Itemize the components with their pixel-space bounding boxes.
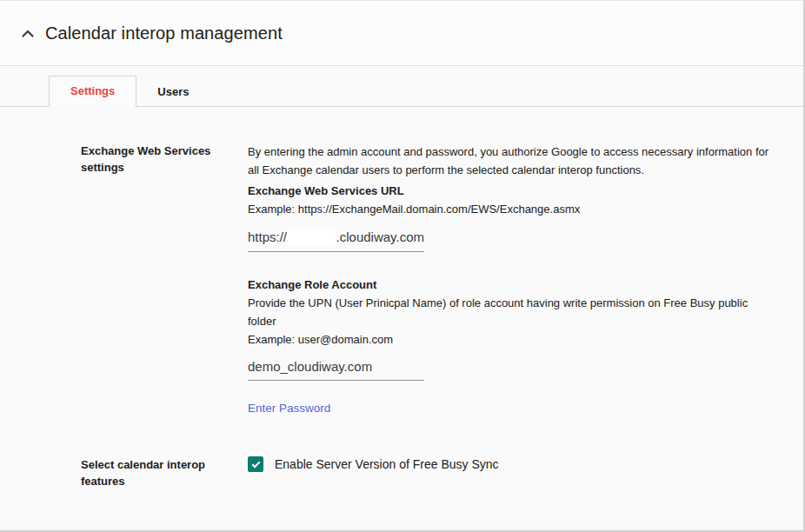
checkmark-icon [251,459,260,468]
ews-url-value-prefix: https:// [248,229,287,244]
collapse-button[interactable] [17,23,38,43]
enter-password-link[interactable]: Enter Password [248,402,330,415]
ews-description: By entering the admin account and passwo… [248,143,769,179]
tab-users[interactable]: Users [136,77,210,107]
role-account-value: demo_cloudiway.com [248,359,372,374]
ews-settings-row: Exchange Web Services settings By enteri… [81,143,803,416]
tab-users-label: Users [157,85,189,98]
ews-url-label: Exchange Web Services URL [248,182,769,200]
ews-url-example: Example: https://ExchangeMail.domain.com… [248,200,769,218]
redaction-box [288,229,336,245]
role-account-help: Provide the UPN (User Prinicpal Name) of… [248,294,769,330]
tab-bar: Settings Users [0,76,803,107]
free-busy-sync-option: Enable Server Version of Free Busy Sync [248,456,769,472]
ews-url-input[interactable]: https:// .cloudiway.com [248,229,424,252]
free-busy-sync-checkbox[interactable] [248,456,263,472]
features-section-label: Select calendar interop features [81,456,248,489]
tab-settings-label: Settings [70,84,115,97]
page-title: Calendar interop management [45,23,283,43]
panel-header: Calendar interop management [0,1,803,66]
ews-section-label: Exchange Web Services settings [81,143,248,416]
calendar-interop-panel: Calendar interop management Settings Use… [0,0,805,532]
free-busy-sync-label: Enable Server Version of Free Busy Sync [275,457,499,471]
tab-settings[interactable]: Settings [49,76,136,107]
role-account-example: Example: user@domain.com [248,330,769,349]
chevron-up-icon [22,30,34,37]
ews-section-main: By entering the admin account and passwo… [248,143,769,416]
role-account-label: Exchange Role Account [248,276,769,294]
ews-url-value-suffix: .cloudiway.com [336,229,424,244]
interop-features-row: Select calendar interop features Enable … [81,456,803,489]
settings-content: Exchange Web Services settings By enteri… [0,107,803,532]
role-account-input[interactable]: demo_cloudiway.com [248,359,424,381]
